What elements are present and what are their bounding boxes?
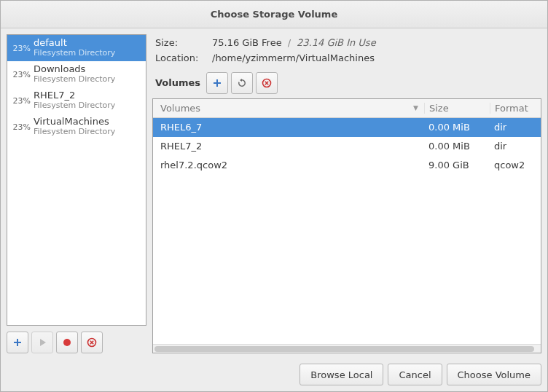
cell-volume-size: 0.00 MiB [424, 122, 490, 133]
delete-volume-button[interactable] [256, 72, 278, 94]
choose-volume-button[interactable]: Choose Volume [447, 364, 541, 385]
pool-name: VirtualMachines [34, 117, 115, 128]
size-sep: / [288, 36, 291, 51]
pool-item[interactable]: 23%VirtualMachinesFilesystem Directory [7, 114, 146, 140]
main-panel: Size: 75.16 GiB Free / 23.14 GiB In Use … [152, 34, 541, 353]
table-body: RHEL6_70.00 MiBdirRHEL7_20.00 MiBdirrhel… [153, 118, 541, 344]
cell-volume-name: RHEL7_2 [153, 141, 424, 152]
plus-icon [212, 78, 222, 88]
pool-name: Downloads [34, 64, 115, 75]
pool-name: RHEL7_2 [34, 90, 115, 101]
volume-table: Volumes ▼ Size Format RHEL6_70.00 MiBdir… [152, 98, 541, 353]
pool-percent: 23% [12, 96, 31, 106]
size-inuse: 23.14 GiB In Use [297, 36, 376, 51]
sidebar-wrap: 23%defaultFilesystem Directory23%Downloa… [7, 34, 146, 353]
delete-icon [262, 78, 272, 88]
volume-buttons [206, 72, 278, 94]
pool-text: VirtualMachinesFilesystem Directory [34, 117, 115, 137]
choose-volume-label: Choose Volume [458, 369, 531, 380]
col-size-label: Size [429, 103, 449, 114]
play-icon [37, 337, 47, 348]
stop-pool-button[interactable] [56, 332, 78, 353]
pool-subtitle: Filesystem Directory [34, 49, 115, 58]
volume-toolbar: Volumes [152, 71, 541, 98]
pool-name: default [34, 38, 115, 49]
pool-subtitle: Filesystem Directory [34, 75, 115, 85]
col-size[interactable]: Size [424, 103, 490, 114]
volumes-label: Volumes [155, 77, 200, 88]
footer-buttons: Browse Local Cancel Choose Volume [300, 364, 541, 385]
cell-volume-size: 9.00 GiB [424, 160, 490, 170]
pool-percent: 23% [12, 70, 31, 79]
delete-pool-button[interactable] [81, 332, 103, 353]
plus-icon [12, 337, 23, 348]
sort-indicator-icon: ▼ [413, 104, 418, 111]
horizontal-scrollbar[interactable] [153, 344, 541, 353]
pool-item[interactable]: 23%defaultFilesystem Directory [7, 35, 146, 61]
cancel-button[interactable]: Cancel [388, 364, 442, 385]
pool-item[interactable]: 23%RHEL7_2Filesystem Directory [7, 87, 146, 114]
pool-percent: 23% [12, 122, 31, 132]
browse-local-label: Browse Local [310, 369, 372, 380]
cell-volume-format: qcow2 [490, 160, 541, 170]
table-row[interactable]: RHEL7_20.00 MiBdir [153, 137, 541, 156]
cancel-label: Cancel [399, 369, 431, 380]
pool-subtitle: Filesystem Directory [34, 128, 115, 137]
cell-volume-name: rhel7.2.qcow2 [153, 160, 424, 170]
pool-item[interactable]: 23%DownloadsFilesystem Directory [7, 61, 146, 87]
size-label: Size: [155, 36, 208, 51]
content-area: 23%defaultFilesystem Directory23%Downloa… [1, 28, 547, 359]
info-rows: Size: 75.16 GiB Free / 23.14 GiB In Use … [152, 34, 541, 71]
table-row[interactable]: rhel7.2.qcow29.00 GiBqcow2 [153, 156, 541, 175]
pool-text: defaultFilesystem Directory [34, 38, 115, 58]
titlebar: Choose Storage Volume [1, 1, 547, 28]
add-pool-button[interactable] [7, 332, 28, 353]
pool-subtitle: Filesystem Directory [34, 101, 115, 111]
start-pool-button[interactable] [31, 332, 53, 353]
col-volumes[interactable]: Volumes ▼ [153, 103, 424, 114]
pool-text: RHEL7_2Filesystem Directory [34, 90, 115, 111]
refresh-icon [237, 78, 247, 88]
scrollbar-thumb[interactable] [154, 346, 534, 352]
cell-volume-format: dir [490, 122, 541, 133]
pool-text: DownloadsFilesystem Directory [34, 64, 115, 85]
location-label: Location: [155, 51, 208, 66]
location-value: /home/yzimmerm/VirtualMachines [212, 51, 375, 66]
pool-list: 23%defaultFilesystem Directory23%Downloa… [7, 34, 146, 326]
table-header: Volumes ▼ Size Format [153, 99, 541, 118]
pool-percent: 23% [12, 44, 31, 53]
browse-local-button[interactable]: Browse Local [300, 364, 383, 385]
cell-volume-format: dir [490, 141, 541, 152]
svg-point-0 [63, 339, 71, 346]
cell-volume-name: RHEL6_7 [153, 122, 424, 133]
footer: Browse Local Cancel Choose Volume [1, 359, 547, 391]
table-row[interactable]: RHEL6_70.00 MiBdir [153, 118, 541, 137]
window-title: Choose Storage Volume [211, 9, 337, 20]
stop-icon [62, 337, 72, 348]
col-format-label: Format [495, 103, 528, 114]
delete-icon [87, 337, 97, 348]
location-row: Location: /home/yzimmerm/VirtualMachines [155, 51, 539, 66]
storage-volume-dialog: Choose Storage Volume 23%defaultFilesyst… [0, 0, 548, 392]
size-row: Size: 75.16 GiB Free / 23.14 GiB In Use [155, 36, 539, 51]
refresh-volume-button[interactable] [231, 72, 253, 94]
cell-volume-size: 0.00 MiB [424, 141, 490, 152]
add-volume-button[interactable] [206, 72, 228, 94]
col-format[interactable]: Format [490, 103, 541, 114]
pool-toolbar [7, 332, 146, 353]
col-volumes-label: Volumes [160, 103, 200, 114]
size-free: 75.16 GiB Free [212, 36, 282, 51]
